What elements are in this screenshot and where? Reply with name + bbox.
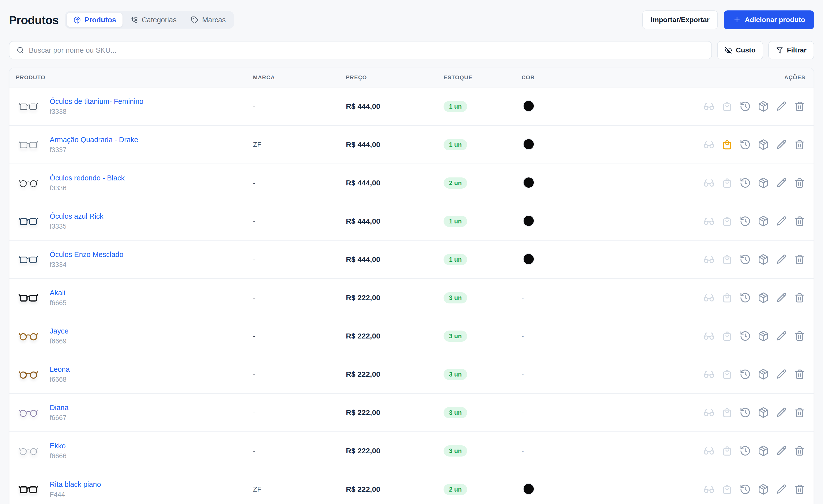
pencil-icon bbox=[776, 368, 787, 380]
preview-glasses-button[interactable] bbox=[703, 139, 715, 150]
delete-button[interactable] bbox=[794, 330, 805, 342]
stock-package-button[interactable] bbox=[758, 292, 769, 304]
tab-categorias[interactable]: Categorias bbox=[124, 13, 183, 27]
history-button[interactable] bbox=[739, 292, 751, 304]
product-cell: Diana f6667 bbox=[16, 401, 253, 424]
tab-marcas[interactable]: Marcas bbox=[184, 13, 232, 27]
product-name-link[interactable]: Ekko bbox=[50, 442, 66, 450]
delete-button[interactable] bbox=[794, 445, 805, 457]
product-name-link[interactable]: Óculos Enzo Mesclado bbox=[50, 250, 124, 259]
product-name-link[interactable]: Óculos azul Rick bbox=[50, 212, 103, 220]
delete-button[interactable] bbox=[794, 254, 805, 265]
history-button[interactable] bbox=[739, 484, 751, 495]
marketplace-bag-button[interactable] bbox=[721, 254, 733, 265]
delete-button[interactable] bbox=[794, 139, 805, 150]
product-name-link[interactable]: Óculos de titanium- Feminino bbox=[50, 98, 143, 106]
product-name-link[interactable]: Rita black piano bbox=[50, 480, 101, 489]
cost-visibility-button[interactable]: Custo bbox=[717, 41, 763, 59]
history-button[interactable] bbox=[739, 139, 751, 150]
product-name-link[interactable]: Akali bbox=[50, 289, 66, 297]
stock-package-button[interactable] bbox=[758, 101, 769, 112]
preview-glasses-button[interactable] bbox=[703, 445, 715, 457]
delete-button[interactable] bbox=[794, 292, 805, 304]
tab-label: Marcas bbox=[202, 16, 226, 24]
edit-button[interactable] bbox=[776, 330, 787, 342]
preview-glasses-button[interactable] bbox=[703, 368, 715, 380]
marketplace-bag-button[interactable] bbox=[721, 330, 733, 342]
stock-cell: 3 un bbox=[444, 407, 522, 418]
stock-package-button[interactable] bbox=[758, 215, 769, 227]
edit-button[interactable] bbox=[776, 292, 787, 304]
preview-glasses-button[interactable] bbox=[703, 215, 715, 227]
edit-button[interactable] bbox=[776, 139, 787, 150]
stock-package-button[interactable] bbox=[758, 368, 769, 380]
edit-button[interactable] bbox=[776, 215, 787, 227]
edit-button[interactable] bbox=[776, 254, 787, 265]
marketplace-bag-button[interactable] bbox=[721, 368, 733, 380]
preview-glasses-button[interactable] bbox=[703, 484, 715, 495]
history-button[interactable] bbox=[739, 445, 751, 457]
product-price: R$ 444,00 bbox=[346, 255, 444, 264]
edit-button[interactable] bbox=[776, 407, 787, 418]
history-button[interactable] bbox=[739, 368, 751, 380]
delete-button[interactable] bbox=[794, 177, 805, 189]
delete-button[interactable] bbox=[794, 101, 805, 112]
product-name-link[interactable]: Leona bbox=[50, 365, 70, 373]
stock-cell: 1 un bbox=[444, 216, 522, 227]
marketplace-bag-button[interactable] bbox=[721, 292, 733, 304]
tab-produtos[interactable]: Produtos bbox=[67, 13, 123, 27]
table-row: Óculos de titanium- Feminino f3338 - R$ … bbox=[9, 88, 814, 126]
history-button[interactable] bbox=[739, 177, 751, 189]
marketplace-bag-button[interactable] bbox=[721, 484, 733, 495]
history-button[interactable] bbox=[739, 330, 751, 342]
history-button[interactable] bbox=[739, 407, 751, 418]
marketplace-bag-button[interactable] bbox=[721, 177, 733, 189]
delete-button[interactable] bbox=[794, 215, 805, 227]
add-product-button[interactable]: Adicionar produto bbox=[724, 10, 814, 29]
delete-button[interactable] bbox=[794, 484, 805, 495]
bag-icon bbox=[721, 484, 733, 495]
color-dot bbox=[524, 484, 534, 494]
preview-glasses-button[interactable] bbox=[703, 101, 715, 112]
stock-package-button[interactable] bbox=[758, 254, 769, 265]
stock-package-button[interactable] bbox=[758, 139, 769, 150]
search-input[interactable] bbox=[29, 46, 704, 54]
stock-package-button[interactable] bbox=[758, 445, 769, 457]
edit-button[interactable] bbox=[776, 445, 787, 457]
preview-glasses-button[interactable] bbox=[703, 330, 715, 342]
preview-glasses-button[interactable] bbox=[703, 292, 715, 304]
marketplace-bag-button[interactable] bbox=[721, 215, 733, 227]
preview-glasses-button[interactable] bbox=[703, 254, 715, 265]
stock-package-button[interactable] bbox=[758, 177, 769, 189]
stock-package-button[interactable] bbox=[758, 407, 769, 418]
stock-package-button[interactable] bbox=[758, 330, 769, 342]
history-button[interactable] bbox=[739, 101, 751, 112]
product-name-link[interactable]: Óculos redondo - Black bbox=[50, 174, 125, 182]
product-name-link[interactable]: Jayce bbox=[50, 327, 68, 335]
preview-glasses-button[interactable] bbox=[703, 407, 715, 418]
history-button[interactable] bbox=[739, 254, 751, 265]
edit-button[interactable] bbox=[776, 368, 787, 380]
marketplace-bag-button[interactable] bbox=[721, 139, 733, 150]
marketplace-bag-button[interactable] bbox=[721, 445, 733, 457]
stock-package-button[interactable] bbox=[758, 484, 769, 495]
color-cell: - bbox=[522, 447, 689, 455]
product-name-link[interactable]: Diana bbox=[50, 403, 68, 412]
marketplace-bag-button[interactable] bbox=[721, 407, 733, 418]
history-button[interactable] bbox=[739, 215, 751, 227]
import-export-button[interactable]: Importar/Exportar bbox=[642, 10, 718, 29]
preview-glasses-button[interactable] bbox=[703, 177, 715, 189]
glasses-icon bbox=[703, 292, 715, 304]
product-name-link[interactable]: Armação Quadrada - Drake bbox=[50, 136, 138, 144]
marketplace-bag-button[interactable] bbox=[721, 101, 733, 112]
edit-button[interactable] bbox=[776, 177, 787, 189]
toolbar: Custo Filtrar bbox=[9, 41, 814, 59]
edit-button[interactable] bbox=[776, 101, 787, 112]
hierarchy-icon bbox=[131, 16, 138, 24]
filter-funnel-icon bbox=[776, 46, 784, 54]
package-icon bbox=[758, 215, 769, 227]
filter-button[interactable]: Filtrar bbox=[768, 41, 814, 59]
delete-button[interactable] bbox=[794, 368, 805, 380]
edit-button[interactable] bbox=[776, 484, 787, 495]
delete-button[interactable] bbox=[794, 407, 805, 418]
